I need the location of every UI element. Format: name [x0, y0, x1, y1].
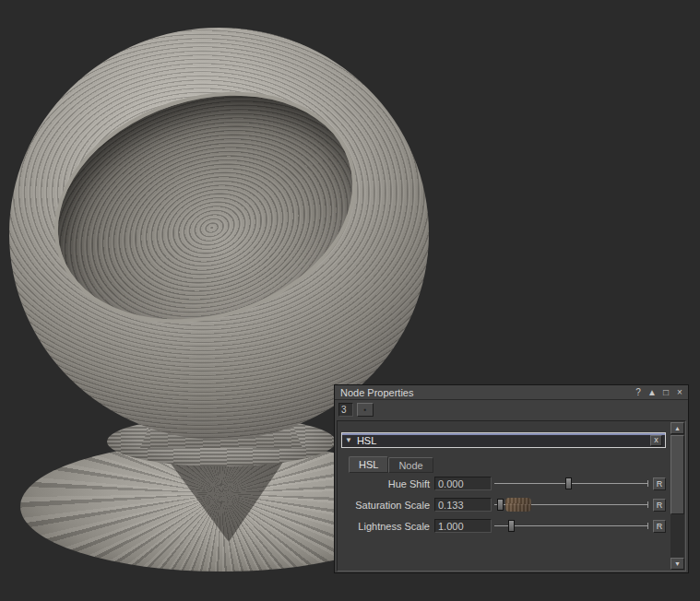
- node-header[interactable]: ▼ HSL x: [341, 432, 666, 448]
- panel-titlebar[interactable]: Node Properties ? ▲ □ ×: [335, 385, 688, 400]
- drag-cursor-artifact: [505, 498, 531, 512]
- param-slider[interactable]: [494, 499, 650, 511]
- tab-hsl[interactable]: HSL: [349, 456, 388, 473]
- preview-sphere: [9, 28, 429, 440]
- locate-node-button[interactable]: ▪: [357, 403, 374, 417]
- tab-node[interactable]: Node: [388, 457, 433, 473]
- close-icon[interactable]: ×: [674, 387, 685, 398]
- reset-button[interactable]: R: [653, 499, 666, 512]
- slider-handle[interactable]: [497, 499, 504, 511]
- param-label: Saturation Scale: [339, 500, 432, 511]
- locate-icon: ▪: [364, 406, 367, 414]
- tab-bar: HSL Node: [349, 456, 433, 473]
- param-row-saturation-scale: Saturation Scale R: [339, 498, 666, 512]
- node-header-label: HSL: [357, 435, 376, 446]
- shade-icon[interactable]: ▲: [647, 387, 658, 398]
- reset-button[interactable]: R: [653, 477, 666, 490]
- param-label: Lightness Scale: [339, 521, 432, 532]
- preview-sphere-bowl: [24, 54, 386, 360]
- node-properties-panel: Node Properties ? ▲ □ × ▪ ▼ HSL x HSL No…: [334, 384, 689, 573]
- param-label: Hue Shift: [339, 478, 432, 489]
- param-slider[interactable]: [494, 520, 650, 532]
- slider-handle[interactable]: [565, 477, 572, 489]
- panel-title: Node Properties: [340, 387, 414, 398]
- param-slider[interactable]: [494, 477, 650, 489]
- help-icon[interactable]: ?: [633, 387, 644, 398]
- scroll-up-button[interactable]: ▲: [670, 422, 684, 434]
- restore-icon[interactable]: □: [660, 387, 671, 398]
- titlebar-icons: ? ▲ □ ×: [633, 387, 685, 398]
- remove-node-button[interactable]: x: [650, 435, 662, 446]
- scrollbar[interactable]: ▲ ▼: [670, 422, 684, 570]
- param-value-input[interactable]: [434, 519, 492, 533]
- panel-toolbar: ▪: [335, 400, 688, 418]
- param-row-lightness-scale: Lightness Scale R: [339, 519, 666, 533]
- scroll-down-button[interactable]: ▼: [670, 558, 684, 570]
- node-index-input[interactable]: [338, 403, 353, 417]
- reset-button[interactable]: R: [653, 520, 666, 533]
- param-value-input[interactable]: [434, 477, 492, 490]
- param-value-input[interactable]: [434, 498, 492, 512]
- slider-handle[interactable]: [508, 520, 515, 532]
- parameter-rows: Hue Shift R Saturation Scale R Lightness…: [339, 477, 666, 533]
- properties-area: ▼ HSL x HSL Node Hue Shift R Saturation …: [337, 420, 686, 572]
- param-row-hue-shift: Hue Shift R: [339, 477, 666, 490]
- collapse-icon[interactable]: ▼: [345, 436, 352, 444]
- scroll-thumb[interactable]: [670, 435, 684, 514]
